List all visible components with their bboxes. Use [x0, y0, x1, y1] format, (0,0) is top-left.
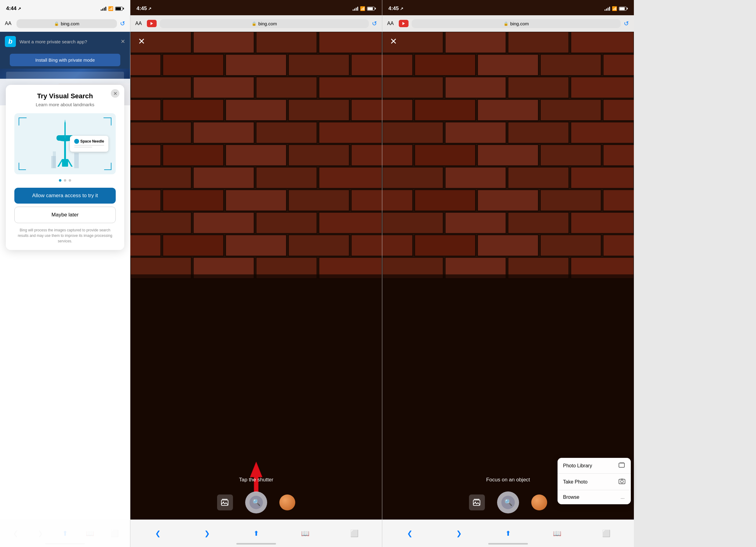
- dot-2[interactable]: [64, 179, 66, 182]
- svg-rect-79: [415, 100, 476, 121]
- svg-rect-88: [415, 144, 476, 166]
- popup-take-photo[interactable]: Take Photo: [558, 474, 631, 490]
- video-recording-icon-3: [399, 20, 409, 27]
- svg-rect-42: [163, 190, 224, 211]
- modal-subtitle: Learn more about landmarks: [14, 102, 116, 107]
- svg-rect-20: [193, 77, 254, 98]
- browse-icon: …: [620, 495, 625, 500]
- shutter-btn-3[interactable]: 🔍: [497, 491, 519, 513]
- svg-rect-82: [603, 100, 634, 121]
- svg-rect-31: [319, 122, 382, 143]
- svg-rect-106: [415, 235, 476, 256]
- home-indicator-3: [488, 543, 528, 545]
- take-photo-label: Take Photo: [563, 479, 587, 485]
- svg-rect-62: [222, 499, 227, 500]
- svg-rect-72: [540, 54, 601, 76]
- camera-close-btn-3[interactable]: ✕: [387, 35, 399, 47]
- modal-close-btn[interactable]: ✕: [111, 89, 119, 98]
- refresh-icon-3[interactable]: ↺: [624, 20, 629, 27]
- url-box-2[interactable]: 🔒 bing.com: [160, 19, 369, 28]
- time-1: 4:44 ↗: [6, 5, 21, 12]
- tabs-button-2[interactable]: ⬜: [348, 527, 361, 540]
- svg-rect-48: [256, 212, 317, 234]
- tabs-button-3[interactable]: ⬜: [600, 527, 613, 540]
- back-button-3[interactable]: ❮: [403, 527, 416, 540]
- aa-text-3[interactable]: AA: [387, 21, 396, 26]
- shutter-inner-2: 🔍: [249, 496, 263, 509]
- url-box-3[interactable]: 🔒 bing.com: [412, 19, 621, 28]
- svg-rect-84: [445, 122, 506, 143]
- camera-close-btn-2[interactable]: ✕: [135, 35, 147, 47]
- gallery-btn-2[interactable]: [217, 494, 233, 510]
- status-bar-1: 4:44 ↗ 📶: [0, 0, 130, 15]
- svg-rect-27: [351, 100, 382, 121]
- panel-3: 4:45 ↗ 📶 AA 🔒 bing.com ↺: [382, 0, 634, 547]
- dot-3[interactable]: [69, 179, 71, 182]
- aa-text-1[interactable]: AA: [5, 21, 13, 26]
- panel-1: 4:44 ↗ 📶 AA 🔒 bing.com ↺: [0, 0, 130, 547]
- camera-controls-2: 🔍: [130, 491, 382, 513]
- refresh-icon-1[interactable]: ↺: [120, 20, 125, 27]
- location-icon-3: ↗: [400, 6, 403, 11]
- share-button-3[interactable]: ⬆: [501, 527, 515, 540]
- svg-rect-78: [382, 100, 413, 121]
- url-box-1[interactable]: 🔒 bing.com: [16, 19, 117, 28]
- avatar-btn-3[interactable]: [531, 494, 547, 510]
- svg-rect-86: [571, 122, 634, 143]
- svg-rect-41: [130, 190, 161, 211]
- svg-rect-94: [508, 167, 569, 188]
- svg-rect-12: [256, 32, 317, 53]
- dot-1[interactable]: [59, 179, 61, 182]
- svg-rect-29: [193, 122, 254, 143]
- svg-rect-15: [163, 54, 224, 76]
- svg-rect-54: [351, 235, 382, 256]
- svg-rect-80: [478, 100, 539, 121]
- time-3: 4:45 ↗: [388, 5, 403, 12]
- popup-photo-library[interactable]: Photo Library: [558, 458, 631, 474]
- gallery-btn-3[interactable]: [469, 494, 485, 510]
- svg-rect-47: [193, 212, 254, 234]
- allow-camera-button[interactable]: Allow camera access to try it: [14, 188, 116, 204]
- svg-rect-14: [130, 54, 161, 76]
- popup-browse[interactable]: Browse …: [558, 490, 631, 504]
- refresh-icon-2[interactable]: ↺: [372, 20, 377, 27]
- avatar-btn-2[interactable]: [279, 494, 295, 510]
- svg-rect-18: [351, 54, 382, 76]
- svg-rect-13: [319, 32, 382, 53]
- share-button-2[interactable]: ⬆: [249, 527, 263, 540]
- svg-rect-51: [163, 235, 224, 256]
- visual-search-modal: ✕ Try Visual Search Learn more about lan…: [6, 85, 124, 250]
- svg-rect-45: [351, 190, 382, 211]
- status-icons-1: 📶: [101, 6, 124, 11]
- svg-point-121: [621, 480, 623, 483]
- back-button-2[interactable]: ❮: [151, 527, 165, 540]
- home-indicator-2: [236, 543, 276, 545]
- status-icons-3: 📶: [605, 6, 628, 11]
- svg-rect-97: [415, 190, 476, 211]
- address-bar-1: AA 🔒 bing.com ↺: [0, 15, 130, 32]
- svg-rect-115: [473, 500, 480, 505]
- banner-close-btn[interactable]: ✕: [121, 38, 125, 45]
- modal-overlay: ✕ Try Visual Search Learn more about lan…: [0, 79, 130, 547]
- svg-rect-30: [256, 122, 317, 143]
- status-icons-2: 📶: [353, 6, 376, 11]
- bookmarks-button-3[interactable]: 📖: [551, 527, 564, 540]
- svg-rect-7: [74, 153, 79, 168]
- forward-button-3[interactable]: ❯: [452, 527, 466, 540]
- svg-rect-50: [130, 235, 161, 256]
- take-photo-icon: [619, 478, 625, 486]
- svg-rect-44: [288, 190, 349, 211]
- install-bing-button[interactable]: Install Bing with private mode: [10, 54, 120, 66]
- maybe-later-button[interactable]: Maybe later: [14, 207, 116, 223]
- svg-rect-90: [540, 144, 601, 166]
- svg-rect-24: [163, 100, 224, 121]
- url-text-1: bing.com: [61, 21, 79, 26]
- lock-icon-2: 🔒: [252, 21, 256, 26]
- svg-rect-21: [256, 77, 317, 98]
- svg-rect-46: [130, 212, 191, 234]
- aa-text-2[interactable]: AA: [135, 21, 144, 26]
- battery-icon-2: [367, 7, 376, 11]
- shutter-btn-2[interactable]: 🔍: [245, 491, 267, 513]
- forward-button-2[interactable]: ❯: [200, 527, 214, 540]
- bookmarks-button-2[interactable]: 📖: [299, 527, 312, 540]
